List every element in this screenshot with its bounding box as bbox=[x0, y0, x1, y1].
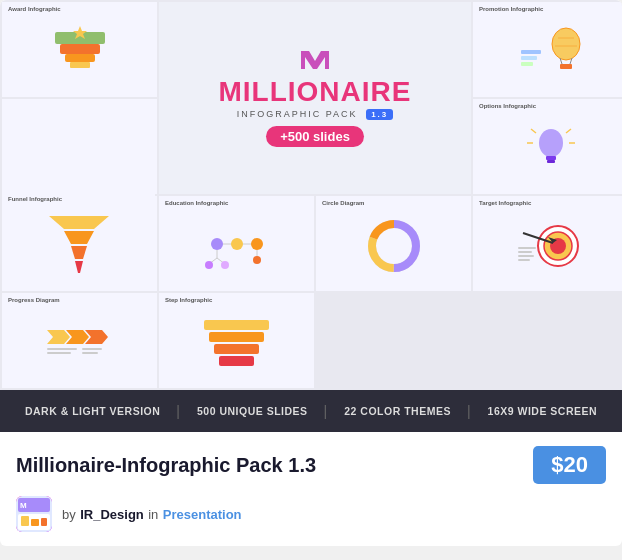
thumb-promotion-title: Promotion Infographic bbox=[479, 6, 543, 12]
author-in-label: in bbox=[148, 507, 158, 522]
thumb-circle[interactable]: Circle Diagram bbox=[316, 196, 471, 291]
thumb-education2[interactable]: Education Infographic bbox=[159, 196, 314, 291]
svg-point-31 bbox=[251, 238, 263, 250]
slides-badge[interactable]: +500 slides bbox=[266, 126, 364, 147]
svg-rect-15 bbox=[521, 62, 533, 66]
thumb-options[interactable]: Options Infographic bbox=[473, 99, 622, 194]
price-badge[interactable]: $20 bbox=[533, 446, 606, 484]
step2-graphic bbox=[199, 308, 274, 373]
svg-rect-18 bbox=[547, 160, 555, 163]
thumb-award[interactable]: Award Infographic bbox=[2, 2, 157, 97]
brand-title: MILLIONAIRE bbox=[219, 77, 412, 108]
brand-subtitle: INFOGRAPHIC PACK 1.3 bbox=[237, 109, 394, 120]
svg-point-38 bbox=[253, 256, 261, 264]
svg-point-36 bbox=[221, 261, 229, 269]
author-by-label: by bbox=[62, 507, 76, 522]
thumb-promotion[interactable]: Promotion Infographic bbox=[473, 2, 622, 97]
svg-rect-54 bbox=[518, 255, 534, 257]
brand-logo-symbol bbox=[299, 49, 331, 75]
target-graphic bbox=[513, 211, 588, 276]
svg-rect-53 bbox=[518, 251, 532, 253]
thumb-education2-title: Education Infographic bbox=[165, 200, 228, 206]
info-color-themes: 22 COLOR THEMES bbox=[328, 405, 467, 417]
svg-marker-39 bbox=[49, 216, 109, 229]
center-featured: MILLIONAIRE INFOGRAPHIC PACK 1.3 +500 sl… bbox=[159, 2, 471, 194]
svg-line-20 bbox=[566, 129, 571, 133]
bottom-section: Millionaire-Infographic Pack 1.3 $20 bbox=[0, 432, 622, 496]
svg-rect-63 bbox=[204, 320, 269, 330]
info-bar: DARK & LIGHT VERSION | 500 UNIQUE SLIDES… bbox=[0, 390, 622, 432]
preview-area: Award Infographic MILLIONAIRE INFOGR bbox=[0, 0, 622, 390]
svg-rect-62 bbox=[82, 352, 98, 354]
svg-text:M: M bbox=[20, 501, 27, 510]
svg-point-30 bbox=[231, 238, 243, 250]
education2-graphic bbox=[197, 216, 277, 271]
svg-rect-60 bbox=[47, 352, 71, 354]
avatar-graphic: M bbox=[16, 496, 52, 532]
options-graphic bbox=[511, 119, 591, 174]
svg-rect-66 bbox=[219, 356, 254, 366]
funnel-graphic bbox=[39, 211, 119, 276]
info-unique-slides: 500 UNIQUE SLIDES bbox=[181, 405, 324, 417]
thumb-progress[interactable]: Progress Diagram bbox=[2, 293, 157, 388]
svg-marker-41 bbox=[71, 246, 87, 259]
svg-point-16 bbox=[539, 129, 563, 157]
promotion-graphic bbox=[511, 22, 591, 77]
svg-rect-14 bbox=[521, 56, 537, 60]
svg-marker-5 bbox=[301, 51, 329, 69]
svg-line-19 bbox=[531, 129, 536, 133]
progress-graphic bbox=[42, 308, 117, 373]
svg-rect-59 bbox=[47, 348, 77, 350]
svg-rect-10 bbox=[560, 64, 572, 69]
thumb-target-title: Target Infographic bbox=[479, 200, 531, 206]
info-wide-screen: 16X9 WIDE SCREEN bbox=[472, 405, 614, 417]
svg-rect-55 bbox=[518, 259, 530, 261]
product-card: Award Infographic MILLIONAIRE INFOGR bbox=[0, 0, 622, 546]
thumb-target[interactable]: Target Infographic bbox=[473, 196, 622, 291]
author-info: by IR_Design in Presentation bbox=[62, 505, 242, 523]
svg-rect-1 bbox=[65, 54, 95, 62]
thumb-funnel2[interactable]: Funnel Infographic bbox=[2, 192, 155, 285]
version-badge: 1.3 bbox=[366, 109, 393, 120]
thumb-circle-title: Circle Diagram bbox=[322, 200, 364, 206]
author-name[interactable]: IR_Design bbox=[80, 507, 144, 522]
thumb-funnel[interactable] bbox=[2, 99, 157, 194]
svg-rect-71 bbox=[31, 519, 39, 526]
thumb-funnel-title: Funnel Infographic bbox=[8, 196, 62, 202]
svg-rect-2 bbox=[60, 44, 100, 54]
svg-point-29 bbox=[211, 238, 223, 250]
svg-marker-56 bbox=[47, 330, 70, 344]
svg-rect-70 bbox=[21, 516, 29, 526]
svg-rect-72 bbox=[41, 518, 47, 526]
author-row: M by IR_Design in Presentation bbox=[0, 496, 622, 546]
thumb-step2[interactable]: Step Infographic bbox=[159, 293, 314, 388]
author-avatar: M bbox=[16, 496, 52, 532]
svg-marker-42 bbox=[75, 261, 83, 273]
product-title: Millionaire-Infographic Pack 1.3 bbox=[16, 454, 316, 477]
thumb-progress-title: Progress Diagram bbox=[8, 297, 60, 303]
svg-marker-40 bbox=[64, 231, 94, 244]
svg-rect-17 bbox=[546, 156, 556, 160]
svg-rect-13 bbox=[521, 50, 541, 54]
svg-point-35 bbox=[205, 261, 213, 269]
thumb-step2-title: Step Infographic bbox=[165, 297, 212, 303]
info-dark-light: DARK & LIGHT VERSION bbox=[9, 405, 176, 417]
svg-rect-52 bbox=[518, 247, 536, 249]
thumb-award-title: Award Infographic bbox=[8, 6, 61, 12]
award-graphic bbox=[40, 22, 120, 77]
thumb-options-title: Options Infographic bbox=[479, 103, 536, 109]
svg-rect-0 bbox=[70, 62, 90, 68]
brand-m-icon bbox=[299, 49, 331, 71]
circle-graphic bbox=[359, 214, 429, 274]
svg-rect-64 bbox=[209, 332, 264, 342]
svg-rect-65 bbox=[214, 344, 259, 354]
svg-rect-61 bbox=[82, 348, 102, 350]
author-category-link[interactable]: Presentation bbox=[163, 507, 242, 522]
